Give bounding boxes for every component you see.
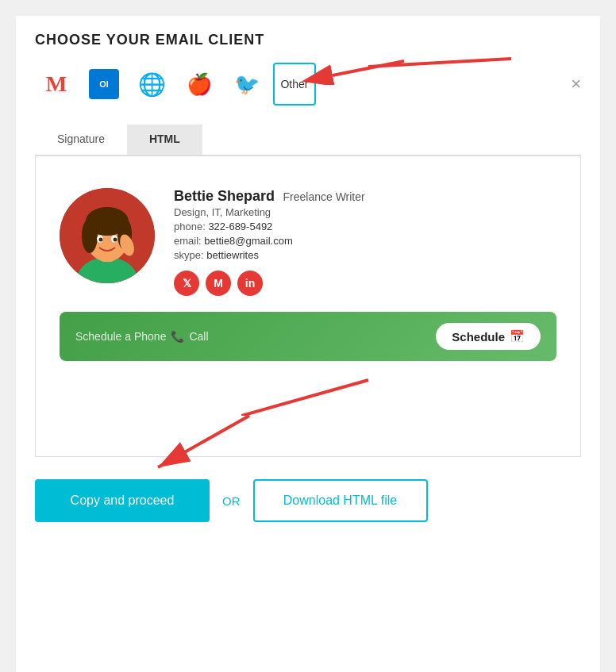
apple-icon: 🍎	[187, 72, 212, 97]
main-container: CHOOSE YOUR EMAIL CLIENT M Ol 🌐 🍎 🐦 Othe…	[16, 16, 600, 672]
calendar-icon: 📅	[510, 329, 525, 344]
sig-email: email: bettie8@gmail.com	[174, 235, 556, 247]
outlook-client-icon[interactable]: Ol	[83, 63, 125, 106]
email-clients-row: M Ol 🌐 🍎 🐦 Other	[35, 63, 581, 106]
gmail-client-icon[interactable]: M	[35, 63, 78, 106]
avatar	[60, 188, 155, 283]
apple-client-icon[interactable]: 🍎	[178, 63, 221, 106]
outlook-icon: Ol	[89, 69, 119, 99]
phone-label: phone:	[174, 221, 206, 232]
linkedin-icon-btn[interactable]: in	[237, 271, 263, 296]
signature-panel: Bettie Shepard Freelance Writer Design, …	[35, 156, 581, 457]
apple-mail-icon: 🌐	[138, 71, 166, 98]
phone-value: 322-689-5492	[208, 221, 272, 232]
other-label: Other	[280, 78, 308, 90]
email-value: bettie8@gmail.com	[204, 235, 292, 247]
schedule-text: Schedule a Phone	[75, 330, 166, 343]
signature-content: Bettie Shepard Freelance Writer Design, …	[60, 188, 556, 296]
skype-value: bettiewrites	[206, 249, 259, 261]
schedule-banner: Schedule a Phone 📞 Call Schedule 📅	[60, 312, 556, 361]
medium-icon: M	[214, 277, 223, 290]
linkedin-icon: in	[245, 277, 255, 290]
svg-line-1	[333, 61, 404, 75]
action-row: Copy and proceed OR Download HTML file	[35, 479, 581, 522]
schedule-button[interactable]: Schedule 📅	[436, 323, 541, 350]
svg-point-13	[99, 238, 103, 242]
call-label: Call	[189, 330, 208, 343]
avatar-svg	[60, 188, 155, 283]
sig-info: Bettie Shepard Freelance Writer Design, …	[174, 188, 556, 296]
svg-point-9	[82, 218, 98, 253]
sig-name-row: Bettie Shepard Freelance Writer	[174, 188, 556, 205]
email-label: email:	[174, 235, 202, 247]
svg-point-14	[114, 238, 117, 242]
svg-line-3	[368, 59, 511, 67]
thunderbird-client-icon[interactable]: 🐦	[225, 63, 268, 106]
schedule-btn-label: Schedule	[452, 330, 505, 344]
other-arrow-tail	[368, 55, 527, 79]
tab-html[interactable]: HTML	[127, 125, 202, 155]
or-label: OR	[222, 494, 241, 508]
twitter-icon-btn[interactable]: 𝕏	[174, 271, 199, 296]
social-icons: 𝕏 M in	[174, 271, 556, 296]
tab-signature[interactable]: Signature	[35, 125, 127, 155]
sig-name: Bettie Shepard	[174, 188, 275, 204]
page-title: CHOOSE YOUR EMAIL CLIENT	[35, 32, 581, 48]
thunderbird-icon: 🐦	[234, 72, 260, 97]
schedule-banner-text: Schedule a Phone 📞 Call	[75, 330, 209, 343]
sig-job-title: Freelance Writer	[283, 190, 364, 203]
skype-label: skype:	[174, 249, 204, 261]
download-html-button[interactable]: Download HTML file	[253, 479, 428, 522]
sig-phone: phone: 322-689-5492	[174, 221, 556, 232]
tabs-row: Signature HTML	[35, 125, 581, 156]
other-client-icon[interactable]: Other	[273, 63, 316, 106]
twitter-icon: 𝕏	[183, 277, 191, 290]
sig-dept: Design, IT, Marketing	[174, 206, 556, 218]
phone-icon: 📞	[171, 330, 184, 343]
gmail-icon: M	[46, 71, 67, 97]
close-button[interactable]: ×	[571, 75, 581, 93]
copy-proceed-button[interactable]: Copy and proceed	[35, 479, 210, 522]
medium-icon-btn[interactable]: M	[206, 271, 231, 296]
apple-mail-client-icon[interactable]: 🌐	[130, 63, 173, 106]
sig-skype: skype: bettiewrites	[174, 249, 556, 261]
